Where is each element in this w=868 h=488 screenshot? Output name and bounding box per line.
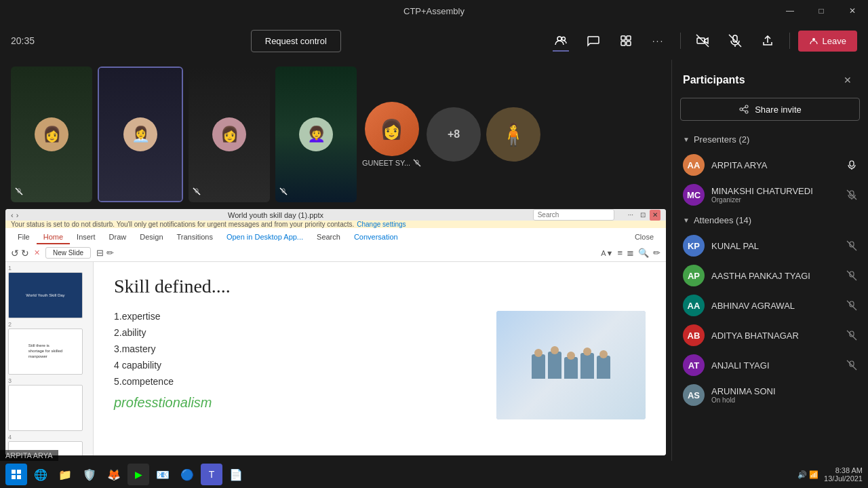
slide-lab-image [496,311,646,419]
extra-avatar[interactable]: 🧍 [486,107,540,162]
presenters-section-header[interactable]: ▼ Presenters (2) [677,129,863,150]
attendees-section-header[interactable]: ▼ Attendees (14) [677,210,863,231]
search-tool-icon[interactable]: 🔍 [638,248,649,258]
ppt-window-controls: ··· ⊡ ✕ [625,210,660,221]
share-button[interactable] [754,27,781,54]
request-control-button[interactable]: Request control [251,30,341,52]
ppt-close-btn[interactable]: ✕ [650,210,660,221]
start-button[interactable] [5,464,27,485]
ppt-nav-arrows: ‹ › [11,211,18,219]
pen-icon[interactable]: ✏ [653,248,660,258]
maximize-button[interactable]: □ [806,0,837,22]
taskbar-cmd[interactable]: ▶ [127,464,149,485]
ppt-tab-file[interactable]: File [11,231,37,244]
close-participants-button[interactable]: ✕ [838,71,857,90]
mic-button[interactable] [722,27,749,54]
participants-sidebar: Participants ✕ Share invite ▼ Presenters… [671,60,868,461]
bottom-speaker-name: ARPITA ARYA [5,451,53,459]
leave-button[interactable]: Leave [798,31,857,52]
ppt-menu-btn[interactable]: ··· [625,210,636,221]
share-invite-button[interactable]: Share invite [680,98,860,121]
ppt-forward-btn[interactable]: › [16,211,19,219]
participant-name-anjali: ANJALI TYAGI [711,360,840,371]
video-thumb-2[interactable]: 👩‍💼 [98,67,183,202]
svg-line-38 [847,360,856,370]
slide-thumb-3[interactable]: 3 [8,377,90,431]
apps-button[interactable] [612,27,639,54]
taskbar-mail[interactable]: 📧 [152,464,174,485]
ppt-tab-design[interactable]: Design [133,231,170,244]
slide-item-1: 1.expertise [114,311,483,322]
chat-button[interactable] [580,27,607,54]
ppt-close-tab[interactable]: Close [628,231,660,244]
participant-aastha[interactable]: AP AASTHA PANKAJ TYAGI [677,261,863,290]
minimize-button[interactable]: — [774,0,806,22]
taskbar-teams[interactable]: T [201,464,222,485]
participant-name-aastha: AASTHA PANKAJ TYAGI [711,271,840,281]
taskbar-chrome[interactable]: 🔵 [176,464,198,485]
share-invite-label: Share invite [755,105,802,115]
taskbar-antivirus[interactable]: 🛡️ [79,464,100,485]
ppt-tab-search[interactable]: Search [310,231,347,244]
toolbar-center: Request control [53,30,539,52]
more-participants-button[interactable]: +8 [427,107,481,162]
align-icon[interactable]: ≡ [617,248,623,258]
guneet-mic-icon [413,159,421,167]
presentation-area: ‹ › World youth skill day (1).pptx ··· ⊡… [5,209,666,455]
participant-kunal[interactable]: KP KUNAL PAL [677,231,863,261]
participant-arpita[interactable]: AA ARPITA ARYA [677,150,863,180]
video-bg-1: 👩 [11,67,92,202]
participant-anjali[interactable]: AT ANJALI TYAGI [677,350,863,380]
taskbar-firefox[interactable]: 🦊 [103,464,125,485]
ppt-options-btn[interactable]: ⊡ [637,210,648,221]
lab-person-5 [597,356,610,379]
new-slide-button[interactable]: New Slide [45,247,91,259]
participants-list: ▼ Presenters (2) AA ARPITA ARYA [672,129,868,461]
ppt-search-input[interactable] [533,209,614,221]
ppt-back-btn[interactable]: ‹ [11,211,14,219]
bottom-speaker-label: ARPITA ARYA [0,450,58,461]
participant-arunima[interactable]: AS ARUNIMA SONI On hold [677,380,863,410]
layout-icon-1[interactable]: ⊟ [96,248,104,258]
ppt-tab-open-desktop[interactable]: Open in Desktop App... [220,231,310,244]
delete-icon[interactable]: ✕ [34,248,40,257]
ppt-tab-draw[interactable]: Draw [102,231,134,244]
bullet-icon[interactable]: ≣ [627,248,634,258]
video-thumb-1[interactable]: 👩 [11,67,92,202]
close-button[interactable]: ✕ [837,0,868,22]
taskbar-acrobat[interactable]: 📄 [225,464,247,485]
svg-line-7 [696,35,709,47]
participants-button[interactable] [547,27,574,54]
taskbar-explorer[interactable]: 📁 [54,464,76,485]
video-button[interactable] [689,27,716,54]
guneet-avatar[interactable]: 👩 [365,102,419,156]
ppt-tab-insert[interactable]: Insert [70,231,102,244]
video-thumb-3[interactable]: 👩 [189,67,270,202]
more-icon: ··· [652,35,665,46]
video-thumb-4[interactable]: 👩‍🦱 [275,67,357,202]
ppt-tab-transitions[interactable]: Transitions [170,231,220,244]
window-title: CTP+Assembly [403,6,465,16]
layout-icon-2[interactable]: ✏ [106,248,114,258]
participant-abhinav[interactable]: AA ABHINAV AGRAWAL [677,290,863,320]
mic-active-icon-arpita [846,159,857,170]
slide-thumb-2[interactable]: 2 Still there isshortage for skilledmanp… [8,321,90,375]
lab-person-1 [532,354,545,379]
svg-point-1 [561,37,565,41]
slide-thumb-1[interactable]: 1 World Youth Skill Day [8,265,90,318]
redo-icon[interactable]: ↻ [21,248,29,259]
slide-title: Skill defined.... [114,276,646,297]
ppt-layout-tools: ⊟ ✏ [96,248,114,258]
ppt-tab-conversation[interactable]: Conversation [347,231,405,244]
ppt-tab-home[interactable]: Home [37,231,70,244]
participant-minakshi[interactable]: MC MINAKSHI CHATURVEDI Organizer [677,180,863,210]
avatar-abhinav: AA [683,295,705,316]
undo-icon[interactable]: ↺ [11,248,19,259]
title-bar: CTP+Assembly — □ ✕ [0,0,868,22]
more-options-button[interactable]: ··· [645,27,672,54]
change-settings-link[interactable]: Change settings [357,221,406,228]
lab-person-2 [548,352,561,379]
avatar-arpita: AA [683,154,705,176]
participant-aditya[interactable]: AB ADITYA BHATNAGAR [677,320,863,350]
taskbar-ie[interactable]: 🌐 [30,464,52,485]
